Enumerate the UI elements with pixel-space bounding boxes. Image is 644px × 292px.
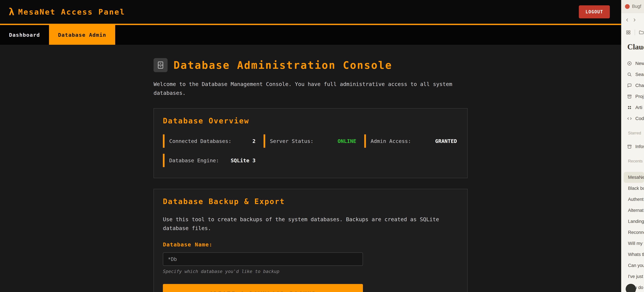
backup-heading: Database Backup & Export [163, 197, 458, 206]
apps-grid-icon[interactable] [626, 30, 631, 35]
database-overview-panel: Database Overview Connected Databases: 2… [154, 108, 468, 178]
sidebar-item-label: Cha [635, 83, 644, 88]
sidebar-nav-list: New Sear Cha [621, 58, 644, 124]
status-badge: ONLINE [338, 138, 356, 144]
recent-item[interactable]: I've just [621, 271, 644, 282]
projects-box-icon [627, 94, 632, 99]
recent-item[interactable]: Can you [621, 260, 644, 271]
starred-list: Infos [621, 141, 644, 152]
recent-item[interactable]: Will my f [621, 238, 644, 249]
database-name-input[interactable] [163, 252, 363, 266]
nav-arrows: ‹ › [621, 13, 644, 26]
recent-item-mesanet[interactable]: MesaNe [624, 172, 644, 183]
file-cabinet-icon [154, 58, 168, 72]
tab-title: Bugf [632, 4, 641, 9]
sidebar-item-code[interactable]: Cod [621, 113, 644, 124]
recents-heading: Recents [621, 152, 644, 166]
recent-item[interactable]: Whats th [621, 249, 644, 260]
stats-grid: Connected Databases: 2 Server Status: ON… [163, 134, 458, 167]
sidebar-item-label: New [635, 61, 644, 66]
stat-server-status: Server Status: ONLINE [264, 134, 358, 148]
sidebar-item-label: Proj [635, 94, 644, 99]
mesanet-app-window: λ MesaNet Access Panel LOGOUT Dashboard … [0, 0, 621, 292]
input-hint: Specify which database you'd like to bac… [163, 269, 458, 274]
sidebar-toolbar [621, 26, 644, 39]
sidebar-item-search[interactable]: Sear [621, 69, 644, 80]
page-title-row: Database Administration Console [154, 58, 468, 72]
recents-list: MesaNe Black bo Authent Alternat Landing… [621, 172, 644, 292]
code-icon [627, 116, 632, 121]
starred-item-label: Infos [635, 144, 644, 149]
recent-item[interactable]: Alternat [621, 205, 644, 216]
back-arrow-icon[interactable]: ‹ [626, 16, 628, 24]
recent-item[interactable]: Reconne [621, 227, 644, 238]
plus-circle-icon [627, 61, 632, 66]
browser-tab[interactable]: Bugf [621, 0, 644, 13]
search-icon [627, 72, 632, 77]
logout-button[interactable]: LOGOUT [579, 5, 610, 18]
forward-arrow-icon[interactable]: › [633, 16, 636, 24]
stat-label: Server Status: [270, 138, 314, 144]
recent-item[interactable]: Authent [621, 194, 644, 205]
main-nav: Dashboard Database Admin [0, 25, 621, 45]
sidebar-item-chats[interactable]: Cha [621, 80, 644, 91]
claude-sidebar: Bugf ‹ › Claude [621, 0, 644, 292]
content-column: Database Administration Console Welcome … [154, 58, 468, 292]
sidebar-item-artifacts[interactable]: Arti [621, 102, 644, 113]
backup-description: Use this tool to create backups of the s… [163, 215, 446, 233]
main-area: Database Administration Console Welcome … [0, 45, 621, 292]
stat-label: Connected Databases: [169, 138, 232, 144]
sidebar-item-label: Arti [635, 105, 642, 110]
sidebar-item-new[interactable]: New [621, 58, 644, 69]
artifacts-grid-icon [627, 105, 632, 110]
app-title: MesaNet Access Panel [18, 8, 125, 16]
database-backup-panel: Database Backup & Export Use this tool t… [154, 189, 468, 292]
page-title: Database Administration Console [174, 59, 392, 71]
stat-value: 2 [252, 138, 256, 144]
sidebar-item-projects[interactable]: Proj [621, 91, 644, 102]
tab-database-admin[interactable]: Database Admin [49, 25, 115, 45]
sidebar-item-label: Cod [635, 116, 644, 121]
toolbar-divider [635, 30, 635, 35]
database-name-label: Database Name: [163, 241, 458, 248]
sidebar-item-label: Sear [635, 72, 644, 77]
stat-connected-databases: Connected Databases: 2 [163, 134, 257, 148]
stat-admin-access: Admin Access: GRANTED [364, 134, 458, 148]
intro-text: Welcome to the Database Management Conso… [154, 80, 454, 97]
stat-database-engine: Database Engine: SQLite 3 [163, 154, 257, 167]
stat-value: GRANTED [435, 138, 457, 144]
recent-item[interactable]: Black bo [621, 183, 644, 194]
overview-heading: Database Overview [163, 116, 458, 125]
starred-item[interactable]: Infos [621, 141, 644, 152]
folder-icon[interactable] [639, 30, 644, 35]
claude-wordmark: Claude [621, 39, 644, 55]
chat-bubble-icon [627, 83, 632, 88]
stat-value: SQLite 3 [231, 158, 256, 164]
create-backup-button[interactable]: CREATE & DOWNLOAD BACKUP [163, 284, 363, 292]
stat-label: Admin Access: [370, 138, 411, 144]
lambda-logo-icon: λ [9, 6, 14, 18]
projects-box-icon [627, 144, 632, 149]
recent-item[interactable]: Landing [621, 216, 644, 227]
starred-heading: Starred [621, 124, 644, 138]
stat-label: Database Engine: [169, 158, 219, 164]
bug-favicon-icon [625, 4, 630, 9]
tab-dashboard[interactable]: Dashboard [0, 25, 49, 45]
app-header: λ MesaNet Access Panel LOGOUT [0, 0, 621, 25]
